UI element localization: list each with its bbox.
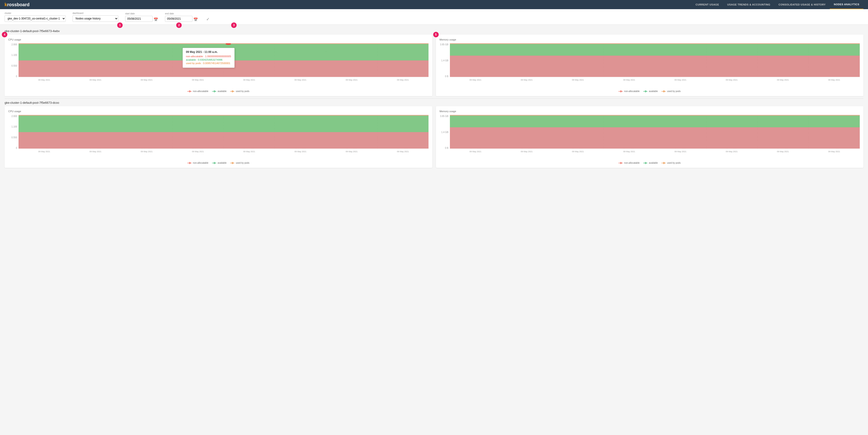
legend-non-allocatable-label: non-allocatable bbox=[624, 90, 640, 92]
logo-k: k bbox=[5, 2, 7, 7]
nav-usage-trends[interactable]: USAGE TRENDS & ACCOUNTING bbox=[723, 0, 774, 9]
legend-available-label: available bbox=[649, 162, 658, 164]
x-label: 09 May 2021 bbox=[521, 150, 532, 153]
legend-non-allocatable: non-allocatable bbox=[187, 90, 209, 92]
node-2-memory-title: Memory usage bbox=[440, 110, 860, 113]
section-divider bbox=[5, 98, 863, 99]
x-label: 09 May 2021 bbox=[469, 79, 481, 81]
svg-rect-72 bbox=[450, 127, 860, 149]
legend-used-by-pods-icon bbox=[661, 162, 666, 164]
svg-rect-71 bbox=[450, 116, 860, 127]
legend-used-by-pods: used by pods bbox=[230, 162, 249, 164]
x-label: 09 May 2021 bbox=[623, 150, 635, 153]
step-badge-4: 4 bbox=[2, 32, 7, 37]
navbar: krossboard CURRENT USAGE USAGE TRENDS & … bbox=[0, 0, 868, 9]
node-1-cpu-card: 4 CPU usage 2.000 1.100 0.550 0 bbox=[5, 35, 432, 96]
y-label: 1.100 bbox=[11, 54, 17, 56]
legend-used-by-pods-label: used by pods bbox=[236, 162, 249, 164]
start-date-calendar-icon[interactable]: 📅 bbox=[154, 18, 158, 22]
legend-non-allocatable: non-allocatable bbox=[619, 162, 640, 164]
legend-used-by-pods-label: used by pods bbox=[236, 90, 249, 92]
x-label: 09 May 2021 bbox=[294, 150, 306, 153]
x-label: 09 May 2021 bbox=[397, 79, 409, 81]
node-2-cpu-legend: non-allocatable available bbox=[8, 162, 429, 164]
legend-non-allocatable-label: non-allocatable bbox=[624, 162, 640, 164]
node-1-cpu-chart: 2.000 1.100 0.550 0 bbox=[8, 43, 429, 89]
nav-consolidated[interactable]: CONSOLIDATED USAGE & HISTORY bbox=[774, 0, 830, 9]
x-label: 09 May 2021 bbox=[572, 79, 584, 81]
node-2-cpu-chart: 2.000 1.100 0.550 0 bbox=[8, 115, 429, 161]
x-label: 09 May 2021 bbox=[243, 150, 255, 153]
cluster-select[interactable]: gke_dev-1-304720_us-central1-c_cluster-1 bbox=[5, 15, 66, 22]
legend-non-allocatable-icon bbox=[619, 162, 623, 164]
x-label: 09 May 2021 bbox=[572, 150, 584, 153]
node-2-cpu-area: 2.000 1.100 0.550 0 bbox=[8, 115, 429, 154]
end-date-calendar-icon[interactable]: 📅 bbox=[193, 18, 198, 22]
legend-non-allocatable: non-allocatable bbox=[619, 90, 640, 92]
x-label: 09 May 2021 bbox=[674, 150, 686, 153]
end-date-input[interactable] bbox=[165, 16, 192, 22]
x-label: 09 May 2021 bbox=[726, 79, 738, 81]
confirm-button[interactable]: ✓ bbox=[206, 17, 210, 22]
legend-used-by-pods-icon bbox=[230, 90, 235, 92]
node-1-memory-svg bbox=[450, 43, 860, 78]
tooltip-non-allocatable: non-allocatable : 1.06000000000000005 bbox=[186, 55, 231, 58]
y-label: 0.550 bbox=[11, 64, 17, 67]
nav-links: CURRENT USAGE USAGE TRENDS & ACCOUNTING … bbox=[691, 0, 863, 9]
legend-non-allocatable-label: non-allocatable bbox=[193, 162, 209, 164]
svg-rect-52 bbox=[19, 116, 429, 132]
start-date-input[interactable] bbox=[125, 16, 153, 22]
x-label: 09 May 2021 bbox=[777, 79, 789, 81]
end-date-filter: end date 📅 bbox=[165, 12, 198, 22]
nav-nodes-analytics[interactable]: NODES ANALYTICS bbox=[830, 0, 863, 9]
node-1-cpu-title: CPU usage bbox=[8, 38, 429, 41]
node-2-title: gke-cluster-1-default-pool-7f5e6673-dcoo bbox=[5, 101, 863, 105]
start-date-label: start date bbox=[125, 12, 158, 15]
y-label: 1.4 GB bbox=[441, 131, 448, 134]
node-2-memory-svg bbox=[450, 115, 860, 149]
dashboard-select[interactable]: Nodes usage history bbox=[72, 15, 118, 22]
legend-available: available bbox=[212, 90, 226, 92]
step-badge-2: 2 bbox=[176, 23, 182, 28]
cpu-tooltip: 09 May 2021 - 11:00 a.m. non-allocatable… bbox=[183, 48, 235, 68]
nav-current-usage[interactable]: CURRENT USAGE bbox=[691, 0, 723, 9]
node-2-memory-y-axis: 3.85 GB 1.4 GB 0 B bbox=[440, 115, 450, 149]
x-label: 09 May 2021 bbox=[521, 79, 532, 81]
x-label: 09 May 2021 bbox=[294, 79, 306, 81]
dashboard-filter: dashboard Nodes usage history bbox=[72, 12, 118, 22]
x-label: 09 May 2021 bbox=[346, 79, 358, 81]
cluster-label: cluster bbox=[5, 12, 66, 14]
legend-available-icon bbox=[212, 162, 217, 164]
x-label: 09 May 2021 bbox=[346, 150, 358, 153]
logo-text: rossboard bbox=[7, 2, 30, 7]
node-2-charts: CPU usage 2.000 1.100 0.550 0 bbox=[5, 106, 863, 168]
x-label: 09 May 2021 bbox=[623, 79, 635, 81]
svg-rect-73 bbox=[450, 115, 860, 116]
node-2-cpu-svg bbox=[19, 115, 429, 149]
legend-used-by-pods-label: used by pods bbox=[667, 162, 681, 164]
y-label: 0 B bbox=[445, 75, 448, 78]
x-label: 09 May 2021 bbox=[777, 150, 789, 153]
legend-available: available bbox=[643, 90, 658, 92]
step-badge-1: 1 bbox=[117, 23, 123, 28]
x-label: 09 May 2021 bbox=[243, 79, 255, 81]
cluster-filter: cluster gke_dev-1-304720_us-central1-c_c… bbox=[5, 12, 66, 22]
end-date-label: end date bbox=[165, 12, 198, 15]
start-date-group: 📅 bbox=[125, 16, 158, 22]
x-label: 09 May 2021 bbox=[469, 150, 481, 153]
x-label: 09 May 2021 bbox=[674, 79, 686, 81]
legend-non-allocatable-label: non-allocatable bbox=[193, 90, 209, 92]
node-1-memory-legend: non-allocatable available bbox=[440, 90, 860, 92]
node-1-memory-y-axis: 3.85 GB 1.4 GB 0 B bbox=[440, 43, 450, 78]
end-date-group: 📅 bbox=[165, 16, 198, 22]
step-badge-5: 5 bbox=[433, 32, 439, 37]
x-label: 09 May 2021 bbox=[141, 150, 153, 153]
logo: krossboard bbox=[5, 2, 30, 7]
filters-bar: cluster gke_dev-1-304720_us-central1-c_c… bbox=[0, 9, 868, 25]
x-label: 09 May 2021 bbox=[828, 150, 840, 153]
node-section-2: gke-cluster-1-default-pool-7f5e6673-dcoo… bbox=[5, 101, 863, 168]
node-1-cpu-plot: 09 May 2021 - 11:00 a.m. non-allocatable… bbox=[19, 43, 429, 78]
legend-available-icon bbox=[643, 162, 648, 164]
node-1-memory-card: 5 Memory usage 3.85 GB 1.4 GB 0 B bbox=[436, 35, 864, 96]
step-badge-3: 3 bbox=[231, 23, 237, 28]
